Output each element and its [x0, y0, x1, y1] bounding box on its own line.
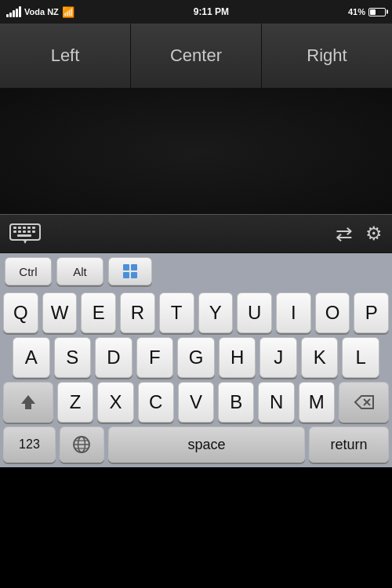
key-s[interactable]: S [54, 337, 92, 378]
carrier-name: Voda NZ [24, 7, 59, 16]
key-k[interactable]: K [301, 337, 339, 378]
key-y[interactable]: Y [198, 292, 234, 333]
key-g[interactable]: G [177, 337, 215, 378]
key-t[interactable]: T [159, 292, 194, 333]
svg-rect-6 [13, 230, 16, 233]
svg-rect-2 [18, 227, 21, 229]
keyboard-toolbar: ⇄ ⚙ [0, 214, 392, 253]
shift-icon [20, 394, 37, 411]
key-n[interactable]: N [258, 382, 294, 423]
tab-center[interactable]: Center [131, 24, 262, 88]
content-area [0, 89, 392, 214]
key-h[interactable]: H [219, 337, 256, 378]
tab-center-label: Center [170, 45, 222, 66]
key-r[interactable]: R [120, 292, 155, 333]
svg-rect-11 [17, 234, 31, 237]
svg-rect-4 [27, 227, 31, 229]
svg-rect-5 [32, 227, 35, 229]
battery-percentage: 41% [348, 7, 365, 16]
key-j[interactable]: J [260, 337, 297, 378]
tab-right-label: Right [307, 45, 347, 66]
toolbar-right: ⇄ ⚙ [336, 222, 383, 246]
svg-rect-10 [32, 230, 35, 233]
key-e[interactable]: E [81, 292, 116, 333]
backspace-icon [354, 394, 374, 410]
key-123[interactable]: 123 [3, 426, 56, 463]
status-left: Voda NZ 📶 [6, 6, 74, 18]
key-o[interactable]: O [315, 292, 350, 333]
key-i[interactable]: I [276, 292, 311, 333]
key-b[interactable]: B [218, 382, 254, 423]
modifier-row: Ctrl Alt [0, 253, 392, 289]
globe-key[interactable] [60, 426, 104, 463]
windows-key[interactable] [108, 257, 152, 285]
swap-icon[interactable]: ⇄ [336, 222, 353, 246]
alt-key[interactable]: Alt [56, 257, 103, 285]
keyboard-area: Q W E R T Y U I O P A S D F G H J K L Z … [0, 289, 392, 467]
toolbar-left [9, 223, 41, 244]
svg-rect-7 [18, 230, 21, 233]
svg-rect-9 [27, 230, 31, 233]
settings-icon[interactable]: ⚙ [365, 223, 383, 245]
key-w[interactable]: W [42, 292, 78, 333]
key-x[interactable]: X [97, 382, 133, 423]
key-m[interactable]: M [299, 382, 335, 423]
key-d[interactable]: D [95, 337, 132, 378]
key-c[interactable]: C [138, 382, 174, 423]
svg-rect-3 [23, 227, 26, 229]
space-key[interactable]: space [108, 426, 305, 463]
status-right: 41% [348, 7, 386, 16]
battery-icon [368, 8, 386, 16]
return-key[interactable]: return [309, 426, 389, 463]
globe-icon [72, 435, 91, 454]
key-p[interactable]: P [354, 292, 389, 333]
keyboard-bottom-row: 123 space return [3, 426, 389, 467]
signal-bars-icon [6, 6, 21, 17]
key-q[interactable]: Q [3, 292, 38, 333]
svg-marker-13 [21, 395, 35, 409]
keyboard-row-3: Z X C V B N M [3, 382, 389, 423]
keyboard-row-1: Q W E R T Y U I O P [3, 292, 389, 333]
key-u[interactable]: U [237, 292, 272, 333]
keyboard-row-2: A S D F G H J K L [3, 337, 389, 378]
key-f[interactable]: F [136, 337, 174, 378]
windows-logo-icon [123, 264, 137, 278]
key-l[interactable]: L [342, 337, 379, 378]
tab-right[interactable]: Right [262, 24, 392, 88]
shift-key[interactable] [3, 382, 53, 423]
tab-bar: Left Center Right [0, 24, 392, 89]
svg-marker-12 [24, 241, 27, 244]
status-time: 9:11 PM [194, 6, 229, 17]
ctrl-key[interactable]: Ctrl [5, 257, 52, 285]
key-a[interactable]: A [13, 337, 50, 378]
keyboard-icon [9, 223, 41, 244]
tab-left-label: Left [51, 45, 80, 66]
tab-left[interactable]: Left [0, 24, 131, 88]
svg-rect-8 [23, 230, 26, 233]
wifi-icon: 📶 [62, 6, 74, 18]
key-v[interactable]: V [178, 382, 214, 423]
status-bar: Voda NZ 📶 9:11 PM 41% [0, 0, 392, 24]
svg-rect-1 [13, 227, 16, 229]
keyboard-dismiss-icon[interactable] [9, 223, 41, 244]
backspace-key[interactable] [339, 382, 389, 423]
key-z[interactable]: Z [57, 382, 93, 423]
